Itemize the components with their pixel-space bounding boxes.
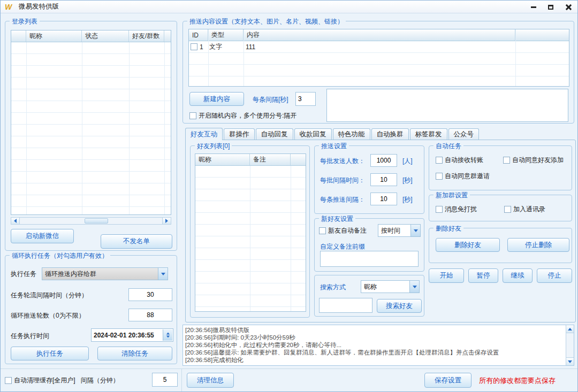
random-content-checkbox-row[interactable]: 开启随机内容，多个使用分号:隔开 (189, 111, 296, 120)
login-table-body[interactable] (11, 42, 171, 214)
log-line: [20:36:58]完成初始化 (185, 356, 564, 364)
clear-task-button[interactable]: 清除任务 (97, 347, 172, 360)
friend-col-extra (291, 154, 306, 165)
row-checkbox[interactable] (191, 43, 197, 50)
scroll-down-button[interactable] (566, 357, 574, 365)
random-content-checkbox[interactable] (189, 112, 196, 119)
friend-list-body[interactable] (195, 166, 306, 311)
auto-clear-cache-row[interactable]: 自动清理缓存[全用户] 间隔（分钟） (5, 376, 119, 385)
push-content-table[interactable]: ID 类型 内容 1 文字 111 (188, 29, 569, 87)
scroll-left-button[interactable] (11, 218, 20, 224)
close-button[interactable] (564, 3, 572, 11)
spinner-down-icon (166, 336, 169, 338)
login-table[interactable]: 昵称 状态 好友/群数 (11, 30, 171, 215)
auto-accept-group-invite-row[interactable]: 自动同意群邀请 (436, 172, 490, 181)
mute-notifications-checkbox[interactable] (436, 206, 443, 213)
auto-accept-friend-checkbox[interactable] (503, 157, 510, 164)
push-content-body[interactable]: 1 文字 111 (189, 41, 569, 86)
auto-receive-transfer-row[interactable]: 自动接收转账 (436, 156, 483, 165)
tab-special-features[interactable]: 特色功能 (333, 128, 370, 140)
loop-rounds-input[interactable] (128, 309, 172, 321)
push-col-id[interactable]: ID (189, 29, 208, 41)
resume-button[interactable]: 继续 (503, 268, 533, 283)
tab-official-account[interactable]: 公众号 (448, 128, 480, 140)
remark-mode-dropdown-button[interactable] (410, 225, 420, 236)
login-col-count[interactable]: 好友/群数 (129, 30, 164, 42)
add-to-contacts-row[interactable]: 加入通讯录 (504, 205, 545, 214)
task-time-spinner[interactable] (163, 329, 172, 341)
auto-accept-group-invite-checkbox[interactable] (436, 173, 443, 180)
auto-remark-checkbox[interactable] (319, 227, 326, 234)
tab-auto-reply[interactable]: 自动回复 (256, 128, 293, 140)
search-mode-select[interactable]: 昵称 (361, 280, 420, 293)
friend-col-nickname[interactable]: 昵称 (195, 154, 250, 165)
add-to-contacts-label: 加入通讯录 (513, 205, 545, 214)
push-content-header: ID 类型 内容 (189, 29, 569, 41)
auto-accept-friend-row[interactable]: 自动同意好友添加 (503, 156, 564, 165)
tab-friend-interaction[interactable]: 好友互动 (185, 128, 223, 140)
delete-friends-button[interactable]: 删除好友 (436, 238, 500, 252)
auto-clear-cache-checkbox[interactable] (5, 377, 12, 384)
pause-button[interactable]: 暂停 (468, 268, 498, 283)
tab-tag-broadcast[interactable]: 标签群发 (410, 128, 447, 140)
push-interval-input[interactable] (370, 193, 397, 205)
push-col-content[interactable]: 内容 (244, 29, 515, 41)
search-input[interactable] (319, 298, 372, 313)
push-interval-label: 每条推送间隔： (320, 195, 365, 204)
cache-interval-input[interactable] (152, 373, 178, 387)
log-line: [20:36:56]到期时间: 0天23小时50分59秒 (185, 334, 564, 341)
start-button[interactable]: 开始 (429, 268, 464, 283)
loop-task-dropdown-button[interactable] (158, 268, 168, 280)
no-send-list-button[interactable]: 不发名单 (101, 234, 172, 249)
friend-list-table[interactable]: 昵称 备注 (195, 153, 306, 312)
push-settings-groupbox: 推送设置 每批发送人数： [人] 每批间隔时间： [秒] 每条推送间隔： [秒] (314, 145, 424, 214)
batch-size-input[interactable] (370, 154, 397, 167)
push-col-type[interactable]: 类型 (208, 29, 244, 41)
clear-info-button[interactable]: 清理信息 (187, 373, 234, 388)
save-settings-button[interactable]: 保存设置 (424, 373, 471, 388)
friend-col-remark[interactable]: 备注 (250, 154, 291, 165)
tab-group-operations[interactable]: 群操作 (224, 128, 255, 140)
per-item-interval-input[interactable] (295, 92, 316, 106)
mute-notifications-label: 消息免打扰 (445, 205, 477, 214)
search-friends-button[interactable]: 搜索好友 (377, 299, 422, 313)
content-preview-textarea[interactable] (326, 89, 568, 122)
tab-payment-reply[interactable]: 收款回复 (294, 128, 332, 140)
login-table-hscrollbar[interactable] (11, 217, 171, 225)
mute-notifications-row[interactable]: 消息免打扰 (436, 205, 477, 214)
login-table-header: 昵称 状态 好友/群数 (11, 30, 171, 42)
push-content-row[interactable]: 1 文字 111 (189, 41, 569, 52)
maximize-button[interactable] (546, 3, 555, 11)
loop-task-groupbox: 循环执行任务（对勾选用户有效） 执行任务 循环推送内容给群 任务轮流间隔时间（分… (5, 255, 177, 364)
scroll-up-button[interactable] (566, 325, 574, 333)
login-col-status[interactable]: 状态 (82, 30, 129, 42)
minimize-button[interactable] (529, 3, 538, 11)
login-col-nickname[interactable]: 昵称 (26, 30, 82, 42)
search-mode-dropdown-button[interactable] (409, 281, 419, 293)
stop-button[interactable]: 停止 (537, 268, 572, 283)
search-groupbox: 搜索方式 昵称 搜索好友 (314, 275, 424, 317)
batch-interval-unit: [秒] (402, 176, 413, 185)
hscroll-thumb[interactable] (85, 218, 108, 224)
new-group-title: 新加群设置 (434, 191, 470, 200)
task-interval-input[interactable] (128, 288, 172, 301)
delete-friends-groupbox: 删除好友 删除好友 停止删除 (429, 228, 572, 263)
task-time-picker[interactable]: 2024-02-01 20:36:55 (91, 328, 173, 342)
loop-task-select[interactable]: 循环推送内容给群 (42, 267, 168, 280)
tab-auto-switch-group[interactable]: 自动换群 (371, 128, 409, 140)
auto-remark-checkbox-row[interactable]: 新友自动备注 (319, 226, 367, 235)
execute-task-button[interactable]: 执行任务 (11, 347, 89, 360)
remark-mode-select[interactable]: 按时间 (378, 224, 421, 237)
start-new-wechat-button[interactable]: 启动新微信 (11, 229, 74, 243)
scroll-up-icon (568, 328, 572, 330)
new-content-button[interactable]: 新建内容 (189, 92, 244, 106)
auto-receive-transfer-checkbox[interactable] (436, 157, 443, 164)
scroll-right-button[interactable] (162, 218, 171, 224)
log-vscrollbar[interactable] (566, 325, 574, 365)
batch-interval-input[interactable] (370, 173, 397, 186)
auto-accept-group-invite-label: 自动同意群邀请 (445, 172, 490, 181)
add-to-contacts-checkbox[interactable] (504, 206, 511, 213)
row-id: 1 (200, 43, 207, 51)
remark-prefix-input[interactable] (320, 251, 419, 267)
stop-delete-button[interactable]: 停止删除 (507, 238, 569, 252)
